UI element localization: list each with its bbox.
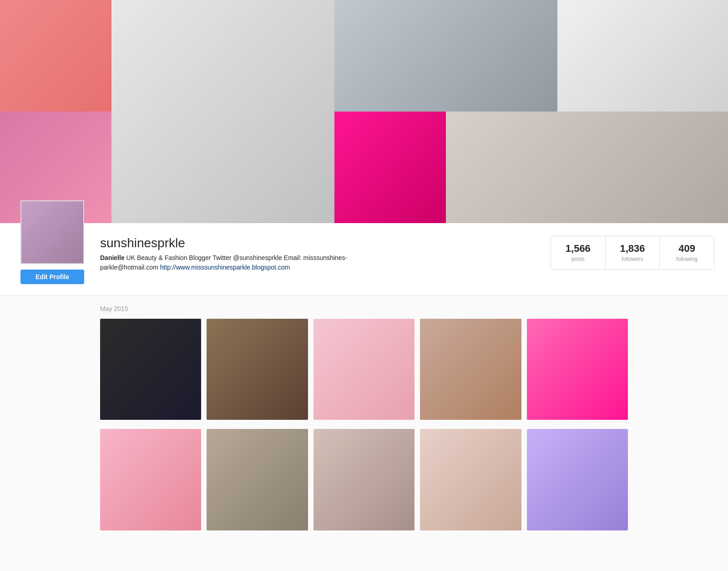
photo-thumb-9[interactable] (420, 429, 521, 530)
followers-label: followers (622, 256, 643, 262)
photo-thumb-4[interactable] (420, 319, 521, 420)
bio-name: Danielle (100, 254, 125, 261)
collage-cell-perfume (111, 0, 334, 223)
posts-count: 1,566 (560, 243, 596, 255)
edit-profile-button[interactable]: Edit Profile (20, 270, 84, 284)
photo-thumb-3[interactable] (313, 319, 415, 420)
feed-section: May 2015 (86, 296, 642, 549)
collage-cell-pink-shirt (0, 0, 111, 112)
photo-grid-row1 (100, 319, 628, 420)
photo-thumb-5[interactable] (527, 319, 628, 420)
photo-thumb-1[interactable] (100, 319, 201, 420)
photo-thumb-6[interactable] (100, 429, 201, 530)
avatar (20, 200, 84, 264)
stat-followers[interactable]: 1,836 followers (606, 236, 660, 269)
collage-cell-bikini (557, 0, 728, 112)
stat-following[interactable]: 409 following (660, 236, 714, 269)
followers-count: 1,836 (615, 243, 651, 255)
collage-cell-mirror (334, 0, 557, 112)
collage-cell-selfie (446, 112, 728, 223)
month-label: May 2015 (100, 305, 628, 312)
collage-cell-lips (334, 112, 446, 223)
username: sunshinesprkle (100, 236, 541, 250)
bio-link[interactable]: http://www.misssunshinesparkle.blogspot.… (160, 264, 290, 271)
bio: Danielle UK Beauty & Fashion Blogger Twi… (100, 253, 391, 272)
photo-grid-row2 (100, 429, 628, 530)
photo-thumb-2[interactable] (207, 319, 308, 420)
avatar-column: Edit Profile (14, 232, 91, 284)
stats-bar: 1,566 posts 1,836 followers 409 followin… (551, 236, 714, 270)
avatar-image (21, 201, 83, 263)
stat-posts[interactable]: 1,566 posts (551, 236, 606, 269)
profile-info: sunshinesprkle Danielle UK Beauty & Fash… (100, 232, 541, 272)
header-collage (0, 0, 728, 223)
following-label: following (676, 256, 698, 262)
photo-thumb-8[interactable] (313, 429, 415, 530)
posts-label: posts (571, 256, 585, 262)
profile-section: Edit Profile sunshinesprkle Danielle UK … (0, 223, 728, 296)
following-count: 409 (669, 243, 705, 255)
photo-thumb-7[interactable] (207, 429, 308, 530)
photo-thumb-10[interactable] (527, 429, 628, 530)
